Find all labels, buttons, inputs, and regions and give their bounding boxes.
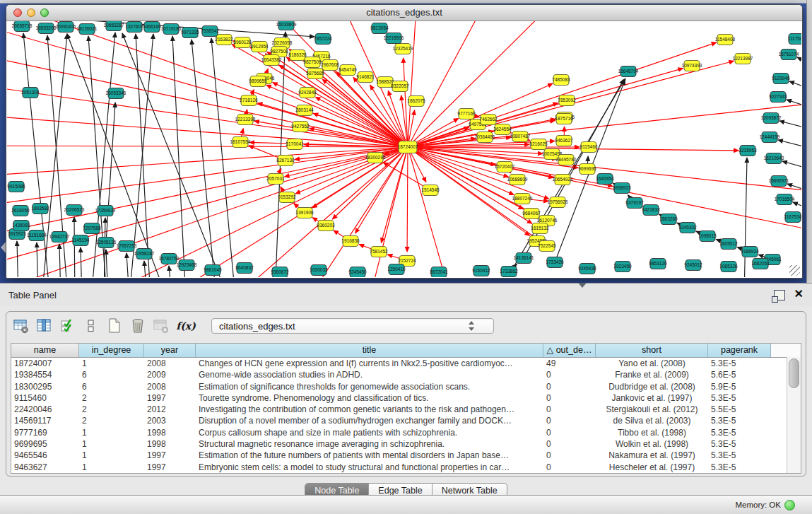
graph-node[interactable]: 8672041	[430, 267, 448, 278]
graph-node[interactable]: 12218506	[384, 33, 404, 44]
graph-node[interactable]: 7522545	[538, 241, 556, 252]
network-graph-canvas[interactable]: 1872400721638228960128891295423226058982…	[7, 21, 801, 277]
graph-node[interactable]: 20206523	[64, 205, 85, 216]
graph-node[interactable]: 11151684	[27, 230, 47, 241]
graph-node[interactable]: 1023450	[613, 262, 632, 272]
graph-node[interactable]: 8454749	[339, 65, 357, 76]
memory-ok-indicator-icon[interactable]	[784, 500, 795, 510]
table-selector-dropdown[interactable]: citations_edges.txt	[211, 318, 494, 334]
row-checks-icon[interactable]	[59, 317, 77, 335]
graph-node[interactable]: 1117504	[788, 34, 801, 45]
column-header-in_degree[interactable]: in_degree	[79, 344, 144, 357]
graph-node[interactable]: 9777169	[457, 109, 476, 119]
graph-node[interactable]: 10974393	[682, 61, 702, 71]
vertical-scrollbar[interactable]	[787, 357, 801, 473]
graph-node[interactable]: 1514545	[421, 185, 440, 196]
graph-node[interactable]: 12942737	[49, 232, 70, 243]
graph-node[interactable]: 1916836	[341, 236, 360, 247]
graph-node[interactable]: 5875685	[306, 69, 324, 79]
graph-node[interactable]: 16553208	[36, 23, 57, 34]
graph-node[interactable]: 10958187	[134, 249, 155, 259]
table-row[interactable]: 977716911998Corpus callosum shape and si…	[11, 427, 801, 438]
graph-node[interactable]: 1085326	[719, 262, 738, 272]
graph-node[interactable]: 7581452	[370, 247, 388, 257]
graph-node[interactable]: 9245436	[578, 264, 596, 274]
graph-node[interactable]: 9227343	[769, 92, 787, 103]
graph-node[interactable]: 18300295	[365, 153, 386, 163]
graph-node[interactable]: 8938923	[613, 183, 631, 194]
graph-node[interactable]: 10653287	[104, 21, 124, 31]
graph-node[interactable]: 1862075	[407, 96, 425, 107]
graph-node[interactable]: 9915086	[7, 182, 25, 192]
graph-node[interactable]: 1863260	[659, 214, 678, 225]
graph-node[interactable]: 15692971	[769, 176, 789, 187]
citation-network-graph[interactable]: 1872400721638228960128891295423226058982…	[7, 21, 801, 277]
select-columns-icon[interactable]	[35, 317, 54, 335]
graph-node[interactable]: 1682051	[751, 259, 770, 269]
graph-node[interactable]: 3624554	[493, 124, 512, 135]
table-row[interactable]: 946362711997Embryonic stem cells: a mode…	[11, 462, 801, 473]
graph-node[interactable]: 16543382	[261, 55, 282, 66]
graph-node[interactable]: 1615132	[531, 223, 549, 234]
graph-node[interactable]: 9899655	[249, 76, 267, 87]
graph-node[interactable]: 1893582	[31, 204, 49, 214]
graph-node[interactable]: 10688609	[507, 175, 528, 185]
graph-node[interactable]: 9466160	[143, 22, 161, 33]
graph-node[interactable]: 14136141	[514, 253, 534, 264]
graph-node[interactable]: 7462662	[479, 115, 498, 125]
graph-node[interactable]: 6379197	[625, 198, 644, 209]
graph-node[interactable]: 2803144	[295, 105, 314, 116]
graph-node[interactable]: 9853120	[649, 259, 667, 269]
graph-node[interactable]: 9827509	[303, 57, 322, 68]
minimize-window-icon[interactable]	[27, 8, 35, 17]
graph-node[interactable]: 10807487	[510, 132, 531, 142]
graph-node[interactable]: 8912954	[250, 42, 269, 52]
graph-node[interactable]: 28495780	[556, 155, 577, 165]
graph-node[interactable]: 2616050	[11, 206, 30, 216]
table-row[interactable]: 2242004622012Investigating the contribut…	[11, 404, 801, 415]
column-header-pagerank[interactable]: pagerank	[708, 344, 771, 357]
graph-node[interactable]: 9153292	[278, 192, 296, 203]
graph-node[interactable]: 1327607	[125, 22, 143, 33]
graph-node[interactable]: 20055718	[12, 21, 33, 32]
graph-node[interactable]: 9115460	[580, 142, 598, 153]
window-resize-grip[interactable]	[789, 265, 800, 276]
graph-node[interactable]: 1167534	[784, 212, 801, 223]
graph-node[interactable]: 2163822	[215, 35, 233, 45]
graph-node[interactable]: 18107554	[230, 137, 251, 148]
table-row[interactable]: 911546021997Tourette syndrome. Phenomeno…	[11, 392, 801, 404]
column-chooser-icon[interactable]	[82, 317, 100, 335]
table-row[interactable]: 969969511998Structural magnetic resonanc…	[11, 438, 801, 450]
graph-node[interactable]: 9245012	[684, 260, 702, 271]
graph-node[interactable]: 17957253	[117, 241, 137, 252]
table-row[interactable]: 946554611997Estimation of the future num…	[11, 450, 801, 461]
graph-node[interactable]: 19756928	[548, 197, 568, 208]
window-titlebar[interactable]: citations_edges.txt	[6, 5, 802, 21]
graph-node[interactable]: 7853092	[558, 95, 576, 106]
graph-node[interactable]: 18724007	[398, 141, 418, 153]
column-header-title[interactable]: title	[196, 344, 543, 357]
graph-node[interactable]: 2718126	[240, 95, 258, 106]
graph-node[interactable]: 9463627	[555, 136, 573, 146]
table-row[interactable]: 1872400712008Changes of HCN gene express…	[11, 358, 801, 369]
graph-node[interactable]: 7857224	[314, 34, 332, 45]
graph-node[interactable]: 20091406	[56, 22, 76, 33]
graph-node[interactable]: 2057031	[266, 174, 285, 185]
graph-node[interactable]: 9861045	[204, 265, 222, 276]
graph-node[interactable]: 8322057	[391, 81, 409, 92]
graph-node[interactable]: 26053346	[106, 88, 126, 99]
table-settings-icon[interactable]	[12, 317, 30, 335]
table-row[interactable]: 1938455462009Genome-wide association stu…	[11, 369, 801, 380]
graph-node[interactable]: 9427552	[291, 122, 310, 132]
graph-node[interactable]: 2051304	[21, 88, 40, 98]
trash-icon[interactable]	[129, 317, 147, 335]
graph-node[interactable]: 1435081	[12, 221, 30, 231]
graph-node[interactable]: 1020032	[310, 265, 328, 276]
table-panel-titlebar[interactable]: Table Panel ✕	[0, 283, 812, 306]
graph-node[interactable]: 18807249	[512, 194, 533, 204]
graph-node[interactable]: 12923468	[177, 260, 197, 271]
graph-node[interactable]: 1250410	[387, 264, 406, 275]
graph-node[interactable]: 2967608	[321, 60, 339, 71]
column-header-short[interactable]: short	[596, 344, 708, 357]
table-row[interactable]: 1456911722003Disruption of a novel membe…	[11, 415, 801, 426]
